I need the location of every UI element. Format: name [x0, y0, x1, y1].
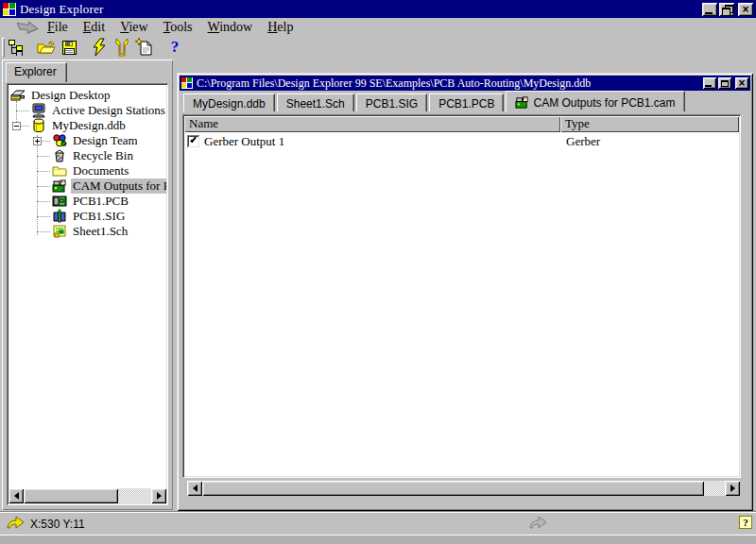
table-body: Gerber Output 1 Gerber	[184, 132, 739, 476]
design-menu-arrow-icon[interactable]	[15, 21, 40, 34]
title-bar: Design Explorer ×	[0, 0, 756, 18]
doc-minimize-button[interactable]	[703, 77, 716, 89]
type-cell: Gerber	[560, 134, 739, 149]
cam-icon	[52, 178, 67, 194]
menu-window[interactable]: Window	[200, 19, 261, 36]
new-document-icon	[135, 38, 154, 57]
table-row[interactable]: Gerber Output 1 Gerber	[184, 132, 739, 149]
scroll-left-button[interactable]	[187, 481, 202, 496]
tab-label: Sheet1.Sch	[286, 97, 345, 110]
tab-explorer[interactable]: Explorer	[6, 62, 67, 82]
tree-item-mydesign-ddb[interactable]: MyDesign.ddb	[9, 118, 166, 133]
scroll-thumb[interactable]	[24, 488, 118, 503]
tab-label: PCB1.SIG	[366, 97, 418, 110]
arrow-left-icon	[14, 492, 19, 500]
status-help-button[interactable]: ?	[739, 516, 752, 529]
minimize-icon	[705, 85, 712, 87]
scroll-track[interactable]	[704, 481, 725, 496]
column-header-type[interactable]: Type	[560, 116, 739, 132]
output-name: Gerber Output 1	[204, 134, 284, 149]
scroll-thumb[interactable]	[202, 481, 704, 496]
options-button[interactable]	[111, 37, 133, 58]
tree-item-label: Design Team	[71, 133, 140, 148]
window-title: Design Explorer	[20, 2, 104, 17]
output-enabled-checkbox[interactable]	[187, 135, 199, 147]
tab-label: CAM Outputs for PCB1.cam	[533, 96, 675, 110]
menu-bar: File Edit View Tools Window Help	[0, 18, 756, 36]
cursor-arrow-icon	[7, 516, 26, 529]
document-title-bar: C:\Program Files\Design Explorer 99 SE\E…	[180, 76, 750, 91]
pcb-icon	[52, 194, 67, 209]
arrow-right-icon	[157, 492, 162, 500]
design-tree: Design Desktop Active Design Stations My…	[7, 83, 168, 505]
tree-item-cam-outputs[interactable]: CAM Outputs for PC	[9, 178, 166, 194]
restore-icon	[722, 5, 731, 13]
doc-maximize-button[interactable]	[718, 77, 731, 89]
open-document-button[interactable]	[35, 37, 58, 58]
document-horizontal-scrollbar	[187, 481, 740, 496]
check-icon	[190, 136, 197, 143]
tab-sheet1-sch[interactable]: Sheet1.Sch	[277, 94, 354, 111]
workstation-icon	[31, 103, 46, 118]
menu-tools[interactable]: Tools	[156, 19, 200, 36]
tab-label: MyDesign.ddb	[193, 97, 266, 110]
help-button[interactable]: ?	[163, 37, 186, 58]
tree-item-design-team[interactable]: Design Team	[9, 133, 166, 148]
help-question-icon: ?	[171, 38, 180, 57]
minimize-icon	[705, 12, 713, 14]
tree-item-label: PCB1.PCB	[71, 194, 130, 209]
tree-horizontal-scrollbar	[9, 488, 166, 503]
tree-item-documents[interactable]: Documents	[9, 163, 166, 178]
save-button[interactable]	[58, 37, 80, 58]
doc-close-button[interactable]: ×	[735, 77, 748, 89]
cursor-coordinates: X:530 Y:11	[30, 518, 85, 531]
tree-item-active-design-stations[interactable]: Active Design Stations	[9, 103, 166, 118]
tree-item-label: PCB1.SIG	[71, 209, 127, 224]
tree-item-label: Sheet1.Sch	[71, 224, 129, 239]
arrow-left-icon	[193, 484, 198, 492]
document-tab-bar: MyDesign.ddb Sheet1.Sch PCB1.SIG PCB1.PC…	[180, 91, 750, 111]
column-header-name[interactable]: Name	[184, 116, 560, 132]
scroll-right-button[interactable]	[151, 488, 166, 503]
tree-item-pcb1-pcb[interactable]: PCB1.PCB	[9, 194, 166, 209]
tree-item-design-desktop[interactable]: Design Desktop	[9, 88, 166, 103]
scroll-right-button[interactable]	[725, 481, 740, 496]
scroll-left-button[interactable]	[9, 488, 24, 503]
restore-button[interactable]	[719, 3, 734, 16]
explorer-toggle-button[interactable]	[5, 37, 27, 58]
recycle-bin-icon	[52, 148, 67, 163]
window-bottom-edge	[0, 535, 756, 544]
tab-mydesign-ddb[interactable]: MyDesign.ddb	[183, 94, 275, 111]
minimize-button[interactable]	[702, 3, 717, 16]
secondary-arrow-icon	[529, 516, 548, 529]
tree-item-sheet1-sch[interactable]: Sheet1.Sch	[9, 224, 166, 239]
close-button[interactable]: ×	[738, 3, 753, 16]
schematic-icon	[52, 224, 67, 239]
menu-file[interactable]: File	[40, 19, 76, 36]
design-explorer-window: Design Explorer × File Edit View Tools W…	[0, 0, 756, 544]
table-header: Name Type	[184, 116, 739, 132]
tree-item-recycle-bin[interactable]: Recycle Bin	[9, 148, 166, 163]
tab-pcb1-pcb[interactable]: PCB1.PCB	[429, 94, 504, 111]
tab-pcb1-sig[interactable]: PCB1.SIG	[356, 94, 427, 111]
tree-item-label: Documents	[71, 163, 130, 178]
app-icon	[3, 3, 16, 16]
expand-plus-icon[interactable]	[33, 137, 42, 145]
team-icon	[52, 133, 67, 148]
tab-cam-outputs[interactable]: CAM Outputs for PCB1.cam	[506, 91, 684, 111]
menu-help[interactable]: Help	[260, 19, 301, 36]
save-floppy-icon	[60, 39, 77, 56]
document-path: C:\Program Files\Design Explorer 99 SE\E…	[197, 76, 591, 91]
tree-item-pcb1-sig[interactable]: PCB1.SIG	[9, 209, 166, 224]
scroll-track[interactable]	[118, 488, 151, 503]
menu-edit[interactable]: Edit	[76, 19, 112, 36]
tree-item-label: CAM Outputs for PC	[71, 178, 166, 194]
cam-outputs-table: Name Type Gerber Output 1 Gerber	[182, 114, 741, 478]
explorer-tree-icon	[8, 39, 25, 56]
menu-view[interactable]: View	[112, 19, 156, 36]
new-document-button[interactable]	[133, 37, 156, 58]
compile-button[interactable]	[88, 37, 111, 58]
database-icon	[31, 118, 46, 133]
tree-item-label: MyDesign.ddb	[50, 118, 128, 133]
collapse-minus-icon[interactable]	[12, 122, 21, 130]
